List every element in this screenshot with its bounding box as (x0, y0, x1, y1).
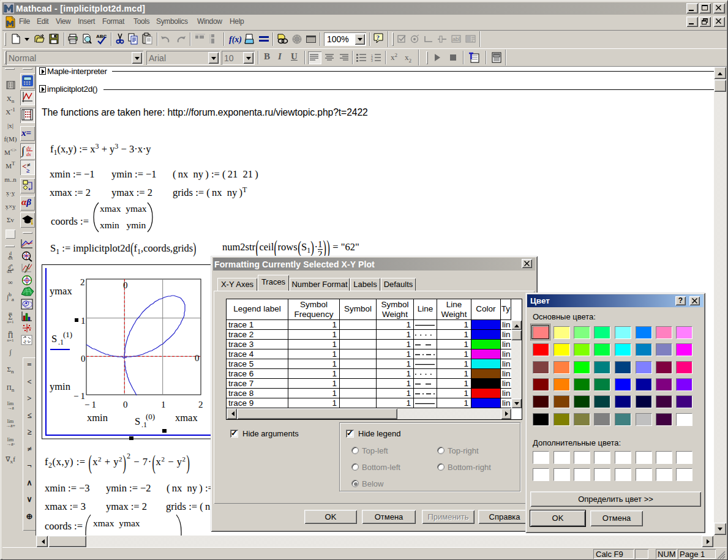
svg-text:0: 0 (195, 353, 200, 363)
svg-text:≥: ≥ (26, 167, 30, 174)
svg-text:xmax ymax: xmax ymax (93, 518, 140, 528)
svg-text:− 1: − 1 (84, 400, 96, 409)
svg-text:.1: .1 (58, 338, 64, 346)
svg-text:?: ? (377, 34, 380, 41)
svg-text:ymin: ymin (50, 381, 70, 392)
svg-text:0: 0 (123, 400, 128, 409)
svg-text:S: S (135, 416, 140, 427)
svg-text:dx: dx (26, 152, 31, 157)
svg-text:abl: abl (452, 36, 460, 42)
svg-text:0: 0 (123, 280, 128, 290)
svg-text:xmax: xmax (175, 412, 198, 424)
svg-text:− 1: − 1 (73, 391, 85, 401)
svg-text:0: 0 (81, 354, 86, 364)
svg-text:1: 1 (161, 400, 166, 409)
svg-text:(0): (0) (146, 412, 155, 421)
svg-text:xmin ymin: xmin ymin (100, 220, 146, 230)
svg-text:2: 2 (198, 400, 203, 409)
svg-text:.1: .1 (141, 420, 147, 429)
svg-text:S: S (51, 333, 57, 345)
svg-text:3: 3 (371, 59, 373, 62)
svg-text:dy: dy (26, 146, 31, 151)
svg-text:(1): (1) (63, 330, 72, 339)
svg-text:xmin: xmin (87, 412, 108, 424)
svg-text:1: 1 (81, 316, 86, 326)
svg-text:∫: ∫ (21, 144, 25, 157)
svg-text:f(x): f(x) (229, 35, 242, 45)
svg-text:ymax: ymax (50, 285, 72, 297)
svg-text:2: 2 (80, 277, 85, 287)
svg-text:k a: k a (24, 339, 29, 343)
svg-text:ABC: ABC (96, 34, 107, 39)
svg-text:xmax ymax: xmax ymax (100, 203, 147, 214)
